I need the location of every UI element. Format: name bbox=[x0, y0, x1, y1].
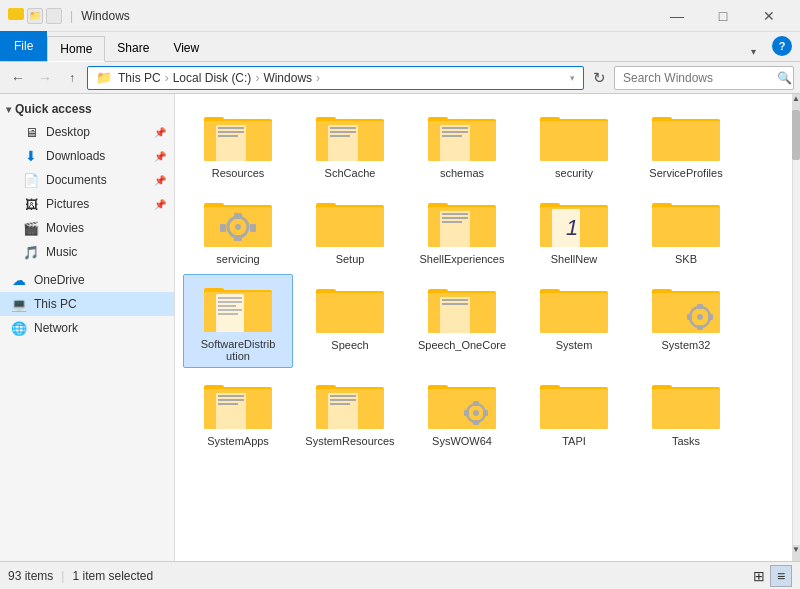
sidebar-label-thispc: This PC bbox=[34, 297, 77, 311]
ribbon-expand[interactable]: ▾ bbox=[743, 42, 764, 61]
folder-item-serviceprofiles[interactable]: ServiceProfiles bbox=[631, 102, 741, 186]
address-path[interactable]: 📁 This PC › Local Disk (C:) › Windows › … bbox=[87, 66, 584, 90]
pin-icon: 📌 bbox=[154, 127, 166, 138]
folder-item-systemapps[interactable]: SystemApps bbox=[183, 370, 293, 454]
folder-label-systemapps: SystemApps bbox=[207, 435, 269, 447]
svg-rect-94 bbox=[328, 393, 358, 429]
svg-rect-60 bbox=[218, 305, 236, 307]
folder-item-setup[interactable]: Setup bbox=[295, 188, 405, 272]
folder-label-speech-onecore: Speech_OneCore bbox=[418, 339, 506, 351]
music-icon: 🎵 bbox=[22, 243, 40, 261]
window-title: Windows bbox=[81, 9, 654, 23]
sidebar-item-onedrive[interactable]: ☁ OneDrive bbox=[0, 268, 174, 292]
svg-point-102 bbox=[473, 410, 479, 416]
view-icons-button[interactable]: ⊞ bbox=[748, 565, 770, 587]
thispc-icon: 💻 bbox=[10, 295, 28, 313]
folder-item-resources[interactable]: Resources bbox=[183, 102, 293, 186]
svg-rect-61 bbox=[218, 309, 242, 311]
folder-item-syswow64[interactable]: SysWOW64 bbox=[407, 370, 517, 454]
svg-rect-71 bbox=[442, 303, 468, 305]
svg-point-31 bbox=[235, 224, 241, 230]
refresh-button[interactable]: ↻ bbox=[587, 66, 611, 90]
svg-point-79 bbox=[697, 314, 703, 320]
tab-view[interactable]: View bbox=[161, 35, 211, 61]
folder-item-systemresources[interactable]: SystemResources bbox=[295, 370, 405, 454]
folder-label-security: security bbox=[555, 167, 593, 179]
folder-item-shellexperiences[interactable]: ShellExperiences bbox=[407, 188, 517, 272]
svg-rect-103 bbox=[473, 401, 479, 406]
up-button[interactable]: ↑ bbox=[60, 66, 84, 90]
sidebar-item-quick-access[interactable]: ▾ Quick access bbox=[0, 98, 174, 120]
sidebar-item-music[interactable]: 🎵 Music bbox=[0, 240, 174, 264]
maximize-button[interactable]: □ bbox=[700, 0, 746, 32]
svg-rect-70 bbox=[442, 299, 468, 301]
tab-share[interactable]: Share bbox=[105, 35, 161, 61]
folder-item-servicing[interactable]: servicing bbox=[183, 188, 293, 272]
svg-rect-38 bbox=[316, 207, 384, 247]
content-area: Resources SchCache bbox=[175, 94, 792, 561]
sidebar-item-network[interactable]: 🌐 Network bbox=[0, 316, 174, 340]
folder-icon-shellexperiences bbox=[426, 195, 498, 251]
movies-icon: 🎬 bbox=[22, 219, 40, 237]
title-bar-separator: | bbox=[70, 9, 73, 23]
folder-item-system[interactable]: System bbox=[519, 274, 629, 368]
folder-label-softwaredistribution: SoftwareDistrib ution bbox=[189, 338, 287, 362]
svg-rect-97 bbox=[330, 403, 350, 405]
help-button[interactable]: ? bbox=[772, 36, 792, 56]
back-button[interactable]: ← bbox=[6, 66, 30, 90]
folder-icon-tapi bbox=[538, 377, 610, 433]
svg-rect-5 bbox=[218, 131, 244, 133]
svg-rect-45 bbox=[442, 221, 462, 223]
folder-item-speech[interactable]: Speech bbox=[295, 274, 405, 368]
status-bar: 93 items | 1 item selected ⊞ ≡ bbox=[0, 561, 800, 589]
pin-icon-downloads: 📌 bbox=[154, 151, 166, 162]
folder-item-security[interactable]: security bbox=[519, 102, 629, 186]
svg-rect-11 bbox=[330, 127, 356, 129]
svg-rect-53 bbox=[652, 207, 720, 247]
folder-item-schcache[interactable]: SchCache bbox=[295, 102, 405, 186]
svg-rect-20 bbox=[442, 135, 462, 137]
folder-label-shellnew: ShellNew bbox=[551, 253, 597, 265]
folder-item-tapi[interactable]: TAPI bbox=[519, 370, 629, 454]
path-sep3: › bbox=[316, 71, 320, 85]
folder-icon-systemapps bbox=[202, 377, 274, 433]
sidebar-label-documents: Documents bbox=[46, 173, 107, 187]
svg-rect-32 bbox=[234, 213, 242, 219]
search-box[interactable]: 🔍 bbox=[614, 66, 794, 90]
minimize-button[interactable]: — bbox=[654, 0, 700, 32]
folder-item-shellnew[interactable]: 1 ShellNew bbox=[519, 188, 629, 272]
sidebar-item-movies[interactable]: 🎬 Movies bbox=[0, 216, 174, 240]
sidebar-item-documents[interactable]: 📄 Documents 📌 bbox=[0, 168, 174, 192]
forward-button[interactable]: → bbox=[33, 66, 57, 90]
search-input[interactable] bbox=[623, 71, 773, 85]
folder-label-shellexperiences: ShellExperiences bbox=[420, 253, 505, 265]
folder-icon-syswow64 bbox=[426, 377, 498, 433]
folder-icon-speech bbox=[314, 281, 386, 337]
sidebar-item-downloads[interactable]: ⬇ Downloads 📌 bbox=[0, 144, 174, 168]
folder-item-skb[interactable]: SKB bbox=[631, 188, 741, 272]
svg-rect-6 bbox=[218, 135, 238, 137]
folder-item-schemas[interactable]: schemas bbox=[407, 102, 517, 186]
folder-icon-system32 bbox=[650, 281, 722, 337]
folder-item-tasks[interactable]: Tasks bbox=[631, 370, 741, 454]
close-button[interactable]: ✕ bbox=[746, 0, 792, 32]
folder-item-system32[interactable]: System32 bbox=[631, 274, 741, 368]
folder-item-softwaredistribution[interactable]: SoftwareDistrib ution bbox=[183, 274, 293, 368]
folder-label-schemas: schemas bbox=[440, 167, 484, 179]
sidebar-item-desktop[interactable]: 🖥 Desktop 📌 bbox=[0, 120, 174, 144]
sidebar: ▾ Quick access 🖥 Desktop 📌 ⬇ Downloads 📌… bbox=[0, 94, 175, 561]
tab-file[interactable]: File bbox=[0, 31, 47, 61]
svg-rect-10 bbox=[328, 125, 358, 161]
sidebar-item-thispc[interactable]: 💻 This PC bbox=[0, 292, 174, 316]
tab-home[interactable]: Home bbox=[47, 36, 105, 62]
svg-rect-104 bbox=[473, 420, 479, 425]
svg-rect-82 bbox=[687, 314, 692, 320]
folder-item-speech-onecore[interactable]: Speech_OneCore bbox=[407, 274, 517, 368]
sidebar-label-movies: Movies bbox=[46, 221, 84, 235]
downloads-icon: ⬇ bbox=[22, 147, 40, 165]
view-list-button[interactable]: ≡ bbox=[770, 565, 792, 587]
folder-label-servicing: servicing bbox=[216, 253, 259, 265]
svg-rect-17 bbox=[440, 125, 470, 161]
svg-rect-95 bbox=[330, 395, 356, 397]
sidebar-item-pictures[interactable]: 🖼 Pictures 📌 bbox=[0, 192, 174, 216]
